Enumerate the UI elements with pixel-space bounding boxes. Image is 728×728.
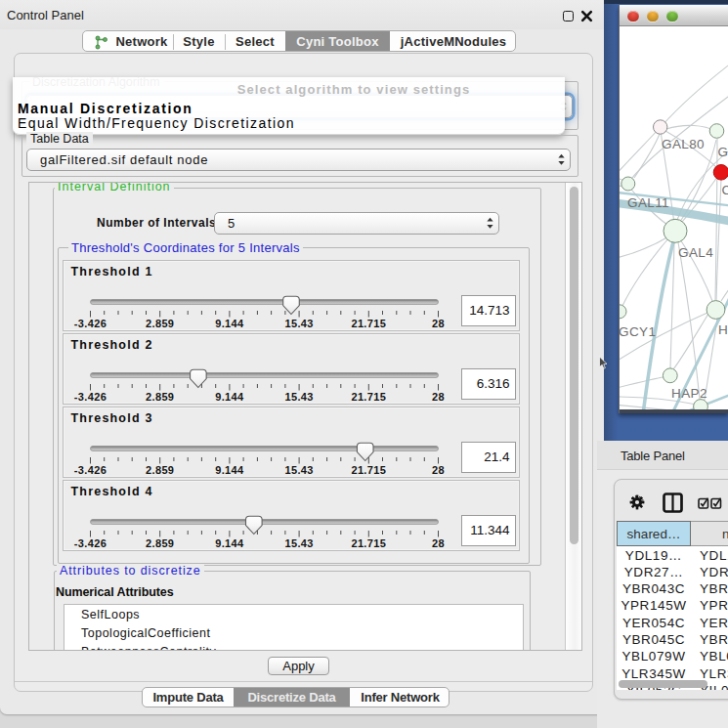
svg-text:GAL80: GAL80: [662, 137, 705, 151]
svg-text:H: H: [718, 322, 728, 337]
svg-text:GAL11: GAL11: [627, 195, 669, 210]
svg-text:-3.426: -3.426: [73, 318, 106, 329]
svg-text:9.144: 9.144: [215, 318, 244, 329]
svg-text:2.859: 2.859: [146, 464, 174, 476]
svg-text:9.144: 9.144: [215, 537, 244, 549]
svg-text:-3.426: -3.426: [73, 391, 106, 403]
svg-text:15.43: 15.43: [284, 318, 313, 329]
svg-text:28: 28: [432, 464, 445, 476]
svg-text:GCY1: GCY1: [620, 324, 656, 339]
svg-text:28: 28: [432, 537, 445, 549]
svg-text:28: 28: [432, 391, 445, 403]
svg-text:9.144: 9.144: [215, 464, 244, 476]
svg-text:-3.426: -3.426: [73, 464, 106, 476]
svg-text:-3.426: -3.426: [73, 537, 106, 549]
svg-text:21.715: 21.715: [351, 537, 386, 549]
svg-text:9.144: 9.144: [215, 391, 244, 403]
svg-text:15.43: 15.43: [284, 537, 313, 549]
svg-text:2.859: 2.859: [146, 318, 174, 329]
svg-text:21.715: 21.715: [351, 318, 386, 329]
svg-text:HAP2: HAP2: [671, 386, 707, 401]
svg-text:2.859: 2.859: [146, 391, 174, 403]
svg-text:C: C: [722, 183, 728, 197]
svg-text:28: 28: [432, 318, 445, 329]
svg-text:15.43: 15.43: [284, 464, 313, 476]
svg-text:GAL7: GAL7: [718, 145, 728, 159]
svg-text:2.859: 2.859: [146, 537, 174, 549]
svg-text:GAL4: GAL4: [678, 245, 713, 260]
svg-text:15.43: 15.43: [284, 391, 313, 403]
svg-text:21.715: 21.715: [351, 464, 386, 476]
svg-text:21.715: 21.715: [351, 391, 386, 403]
